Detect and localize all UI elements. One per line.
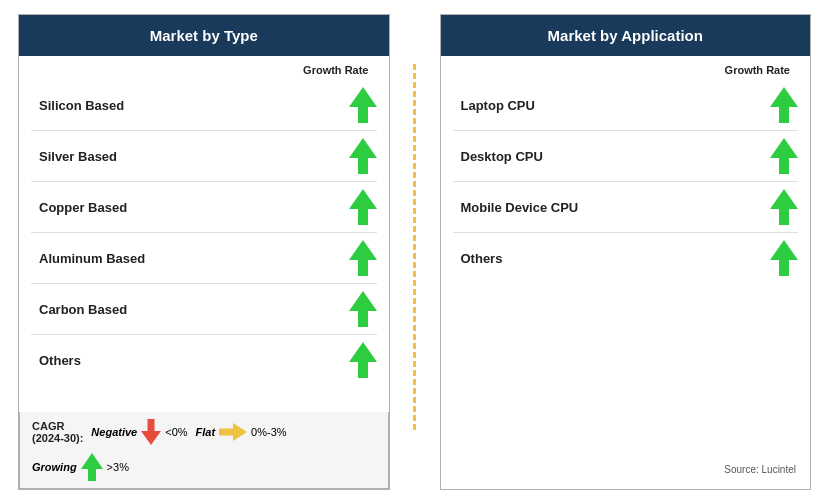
list-item: Desktop CPU	[453, 131, 799, 182]
left-panel-header: Market by Type	[19, 15, 389, 56]
up-arrow-icon	[81, 453, 103, 481]
list-item: Laptop CPU	[453, 80, 799, 131]
legend-growing: Growing >3%	[32, 453, 129, 481]
cagr-label: CAGR(2024-30):	[32, 420, 83, 444]
left-growth-rate-label: Growth Rate	[31, 64, 377, 76]
item-label: Copper Based	[39, 200, 127, 215]
up-arrow-icon	[770, 189, 798, 225]
up-arrow-icon	[349, 189, 377, 225]
item-label: Desktop CPU	[461, 149, 543, 164]
up-arrow-icon	[349, 291, 377, 327]
dashed-divider	[413, 64, 416, 430]
negative-label: Negative	[91, 426, 137, 438]
negative-value: <0%	[165, 426, 187, 438]
right-panel-body: Growth Rate Laptop CPU Desktop CPU Mobil…	[441, 56, 811, 489]
right-panel-header: Market by Application	[441, 15, 811, 56]
legend-bar: CAGR(2024-30): Negative <0% Flat 0%-3% G…	[19, 412, 389, 489]
list-item: Silver Based	[31, 131, 377, 182]
source-label: Source: Lucintel	[724, 464, 796, 475]
growing-label: Growing	[32, 461, 77, 473]
left-panel: Market by Type Growth Rate Silicon Based…	[18, 14, 390, 490]
legend-negative: Negative <0%	[91, 419, 187, 445]
growing-value: >3%	[107, 461, 129, 473]
item-label: Others	[461, 251, 503, 266]
divider	[406, 14, 424, 490]
item-label: Mobile Device CPU	[461, 200, 579, 215]
up-arrow-icon	[349, 342, 377, 378]
item-label: Carbon Based	[39, 302, 127, 317]
flat-label: Flat	[196, 426, 216, 438]
item-label: Silver Based	[39, 149, 117, 164]
right-panel: Market by Application Growth Rate Laptop…	[440, 14, 812, 490]
legend-flat: Flat 0%-3%	[196, 423, 287, 441]
list-item: Mobile Device CPU	[453, 182, 799, 233]
list-item: Carbon Based	[31, 284, 377, 335]
list-item: Others	[31, 335, 377, 385]
right-growth-rate-label: Growth Rate	[453, 64, 799, 76]
list-item: Others	[453, 233, 799, 283]
list-item: Copper Based	[31, 182, 377, 233]
up-arrow-icon	[770, 138, 798, 174]
up-arrow-icon	[349, 240, 377, 276]
up-arrow-icon	[770, 240, 798, 276]
up-arrow-icon	[349, 138, 377, 174]
up-arrow-icon	[349, 87, 377, 123]
item-label: Others	[39, 353, 81, 368]
flat-value: 0%-3%	[251, 426, 286, 438]
left-panel-body: Growth Rate Silicon Based Silver Based C…	[19, 56, 389, 412]
up-arrow-icon	[770, 87, 798, 123]
item-label: Silicon Based	[39, 98, 124, 113]
right-arrow-icon	[219, 423, 247, 441]
list-item: Aluminum Based	[31, 233, 377, 284]
item-label: Laptop CPU	[461, 98, 535, 113]
item-label: Aluminum Based	[39, 251, 145, 266]
panels-container: Market by Type Growth Rate Silicon Based…	[18, 14, 811, 490]
down-arrow-icon	[141, 419, 161, 445]
page-container: Market by Type Growth Rate Silicon Based…	[0, 0, 829, 502]
list-item: Silicon Based	[31, 80, 377, 131]
